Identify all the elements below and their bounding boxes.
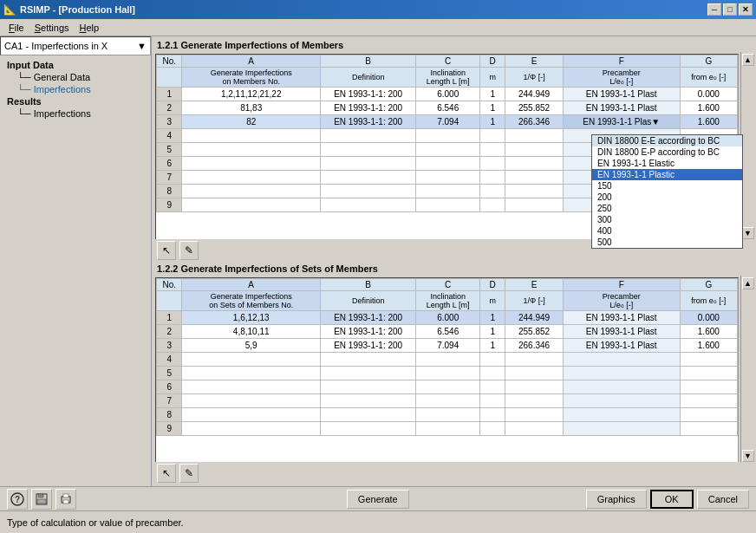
cell-r6-c1[interactable] — [182, 157, 321, 171]
s2-cell-r8-c6[interactable] — [563, 407, 680, 421]
section1-edit-btn[interactable]: ✎ — [179, 241, 199, 260]
cell-r4-c2[interactable] — [320, 129, 415, 143]
cell-r5-c1[interactable] — [182, 143, 321, 157]
s2-cell-r1-c5[interactable]: 244.949 — [505, 310, 563, 324]
cell-r7-c0[interactable]: 7 — [157, 171, 182, 185]
cell-r1-c4[interactable]: 1 — [480, 88, 505, 101]
close-button[interactable]: ✕ — [739, 3, 753, 16]
s2-cell-r9-c4[interactable] — [480, 421, 505, 435]
cell-r1-c0[interactable]: 1 — [157, 88, 182, 101]
section1-cursor-btn[interactable]: ↖ — [157, 241, 176, 260]
print-button[interactable] — [55, 489, 76, 510]
s2-cell-r8-c7[interactable] — [680, 407, 737, 421]
s2-cell-r2-c6[interactable]: EN 1993-1-1 Plast — [563, 324, 680, 338]
cancel-button[interactable]: Cancel — [697, 490, 749, 509]
cell-r8-c4[interactable] — [480, 185, 505, 198]
s2-cell-r6-c7[interactable] — [680, 380, 737, 393]
s2-cell-r2-c1[interactable]: 4,8,10,11 — [182, 324, 321, 338]
section2-scrollbar[interactable]: ▲ ▼ — [740, 276, 754, 463]
s2-cell-r9-c0[interactable]: 9 — [157, 421, 182, 435]
s2-cell-r6-c5[interactable] — [505, 380, 563, 393]
s2-cell-r5-c5[interactable] — [505, 366, 563, 380]
cell-r7-c1[interactable] — [182, 171, 321, 185]
s2-cell-r4-c1[interactable] — [182, 352, 321, 366]
s2-cell-r7-c4[interactable] — [480, 393, 505, 407]
s2-cell-r4-c2[interactable] — [320, 352, 415, 366]
cell-r7-c4[interactable] — [480, 171, 505, 185]
dropdown-option-500[interactable]: 500 — [592, 237, 742, 248]
cell-r6-c3[interactable] — [416, 157, 480, 171]
s2-cell-r5-c7[interactable] — [680, 366, 737, 380]
cell-r2-c6[interactable]: EN 1993-1-1 Plast — [563, 101, 680, 115]
s2-cell-r5-c6[interactable] — [563, 366, 680, 380]
s2-cell-r7-c3[interactable] — [416, 393, 480, 407]
cell-r4-c1[interactable] — [182, 129, 321, 143]
cell-r6-c2[interactable] — [320, 157, 415, 171]
s2-cell-r6-c2[interactable] — [320, 380, 415, 393]
sidebar-item-input-data[interactable]: Input Data — [0, 59, 151, 71]
s2-cell-r1-c4[interactable]: 1 — [480, 310, 505, 324]
dropdown-option-en-elastic[interactable]: EN 1993-1-1 Elastic — [592, 158, 742, 169]
cell-r3-c6[interactable]: EN 1993-1-1 Plas▼ — [563, 115, 680, 129]
dropdown-option-en-plastic[interactable]: EN 1993-1-1 Plastic — [592, 169, 742, 180]
cell-r2-c3[interactable]: 6.546 — [416, 101, 480, 115]
cell-r3-c4[interactable]: 1 — [480, 115, 505, 129]
s2-cell-r3-c2[interactable]: EN 1993-1-1: 200 — [320, 338, 415, 352]
s2-cell-r1-c0[interactable]: 1 — [157, 310, 182, 324]
s2-cell-r9-c5[interactable] — [505, 421, 563, 435]
s2-scroll-up-btn[interactable]: ▲ — [742, 277, 754, 289]
s2-cell-r3-c6[interactable]: EN 1993-1-1 Plast — [563, 338, 680, 352]
minimize-button[interactable]: ─ — [707, 3, 721, 16]
s2-scroll-down-btn[interactable]: ▼ — [742, 450, 754, 462]
cell-r9-c1[interactable] — [182, 198, 321, 212]
table-row[interactable]: 7 — [157, 393, 738, 407]
menu-settings[interactable]: Settings — [29, 21, 75, 35]
table-row[interactable]: 6 — [157, 380, 738, 393]
s2-cell-r1-c3[interactable]: 6.000 — [416, 310, 480, 324]
cell-r9-c5[interactable] — [505, 198, 563, 212]
s2-cell-r8-c5[interactable] — [505, 407, 563, 421]
s2-cell-r2-c4[interactable]: 1 — [480, 324, 505, 338]
s2-cell-r6-c1[interactable] — [182, 380, 321, 393]
ok-button[interactable]: OK — [650, 490, 694, 509]
section2-cursor-btn[interactable]: ↖ — [157, 464, 176, 483]
menu-help[interactable]: Help — [75, 21, 105, 35]
cell-r8-c5[interactable] — [505, 185, 563, 198]
table-row[interactable]: 11,6,12,13EN 1993-1-1: 2006.0001244.949E… — [157, 310, 738, 324]
cell-r6-c0[interactable]: 6 — [157, 157, 182, 171]
cell-r5-c3[interactable] — [416, 143, 480, 157]
table-row[interactable]: 11,2,11,12,21,22EN 1993-1-1: 2006.000124… — [157, 88, 738, 101]
table-row[interactable]: 382EN 1993-1-1: 2007.0941266.346EN 1993-… — [157, 115, 738, 129]
table-row[interactable]: 5 — [157, 366, 738, 380]
s2-cell-r1-c6[interactable]: EN 1993-1-1 Plast — [563, 310, 680, 324]
s2-cell-r3-c7[interactable]: 1.600 — [680, 338, 737, 352]
cell-r1-c5[interactable]: 244.949 — [505, 88, 563, 101]
s2-cell-r7-c7[interactable] — [680, 393, 737, 407]
s2-cell-r6-c4[interactable] — [480, 380, 505, 393]
s2-cell-r7-c1[interactable] — [182, 393, 321, 407]
sidebar-item-results[interactable]: Results — [0, 95, 151, 107]
s2-cell-r8-c4[interactable] — [480, 407, 505, 421]
s2-cell-r5-c2[interactable] — [320, 366, 415, 380]
help-button[interactable]: ? — [7, 489, 28, 510]
cell-r7-c3[interactable] — [416, 171, 480, 185]
dropdown-option-200[interactable]: 200 — [592, 192, 742, 203]
section2-edit-btn[interactable]: ✎ — [179, 464, 199, 483]
s2-cell-r7-c2[interactable] — [320, 393, 415, 407]
dropdown-option-250[interactable]: 250 — [592, 203, 742, 214]
s2-cell-r7-c0[interactable]: 7 — [157, 393, 182, 407]
s2-cell-r5-c0[interactable]: 5 — [157, 366, 182, 380]
cell-r1-c2[interactable]: EN 1993-1-1: 200 — [320, 88, 415, 101]
cell-r4-c5[interactable] — [505, 129, 563, 143]
menu-file[interactable]: File — [3, 21, 29, 35]
cell-r1-c7[interactable]: 0.000 — [680, 88, 737, 101]
cell-r6-c4[interactable] — [480, 157, 505, 171]
s2-cell-r1-c1[interactable]: 1,6,12,13 — [182, 310, 321, 324]
s2-cell-r4-c5[interactable] — [505, 352, 563, 366]
cell-r2-c0[interactable]: 2 — [157, 101, 182, 115]
cell-r2-c7[interactable]: 1.600 — [680, 101, 737, 115]
table-row[interactable]: 24,8,10,11EN 1993-1-1: 2006.5461255.852E… — [157, 324, 738, 338]
scroll-up-btn[interactable]: ▲ — [742, 54, 754, 66]
cell-r2-c2[interactable]: EN 1993-1-1: 200 — [320, 101, 415, 115]
s2-cell-r6-c6[interactable] — [563, 380, 680, 393]
